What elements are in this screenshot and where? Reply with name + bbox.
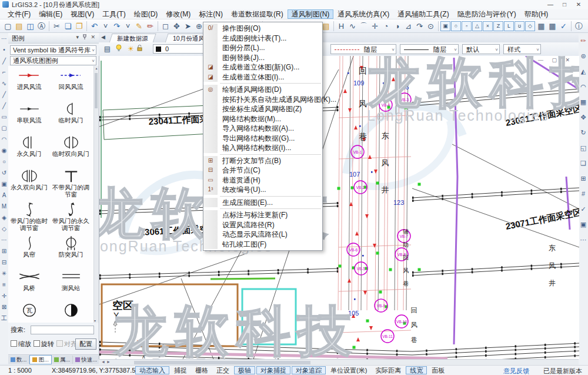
- more-right-icon[interactable]: ⋯: [579, 232, 588, 247]
- menu-item[interactable]: 动态显示风流路径(L): [203, 230, 322, 240]
- cut-icon[interactable]: ✂: [51, 21, 62, 32]
- measure-circle-icon[interactable]: ⊙: [425, 21, 436, 32]
- measure-triangle-icon[interactable]: ⊿: [403, 21, 414, 32]
- grid-insert-icon[interactable]: ⊞: [579, 171, 588, 186]
- status-toggle-线宽[interactable]: 线宽: [406, 366, 427, 374]
- panel-tab-3[interactable]: 属...: [52, 356, 73, 364]
- text-tool-icon[interactable]: A: [0, 190, 8, 201]
- draw-ray-icon[interactable]: ╱: [0, 89, 8, 100]
- draw-segment-icon[interactable]: ╱: [0, 100, 8, 111]
- pan-icon[interactable]: ✥: [171, 21, 182, 32]
- panel-close-icon[interactable]: ✕: [91, 34, 95, 40]
- menu-item[interactable]: 设置风流路径(R): [203, 220, 322, 230]
- legend-item[interactable]: 带风门的临时调节窗: [8, 200, 50, 234]
- legend-item[interactable]: 临时风门: [50, 99, 92, 133]
- mirror-tool-icon[interactable]: ◭: [579, 64, 588, 79]
- draw-line-icon[interactable]: ╱: [0, 55, 8, 67]
- maximize-button[interactable]: □: [557, 0, 572, 9]
- legend-scrollbar[interactable]: ▴▾: [93, 66, 99, 323]
- search-input[interactable]: [31, 326, 94, 334]
- menu-item[interactable]: 导入网络结构数据(A)...: [203, 124, 322, 134]
- block-tool-icon[interactable]: ◇: [0, 223, 8, 234]
- select-arrow-icon[interactable]: ➤: [182, 21, 193, 32]
- panel-tab-2[interactable]: 图...: [29, 355, 51, 364]
- status-toggle-极轴[interactable]: 极轴: [234, 366, 255, 374]
- panel-menu-icon[interactable]: ▾: [76, 34, 79, 40]
- copy-icon[interactable]: ❏: [62, 21, 74, 32]
- node-remove-icon[interactable]: ⊟: [0, 257, 8, 268]
- draw-ellipse-icon[interactable]: ○: [0, 156, 8, 167]
- bulb-icon[interactable]: [115, 44, 125, 54]
- hatch-quick-icon[interactable]: #: [579, 186, 588, 201]
- frame-tool-icon[interactable]: ▣: [579, 217, 588, 232]
- minimize-button[interactable]: —: [543, 0, 557, 9]
- measure-distance-icon[interactable]: H: [336, 21, 347, 32]
- status-toggle-对象追踪[interactable]: 对象追踪: [292, 366, 326, 374]
- menu-6[interactable]: 修改(M): [162, 9, 195, 19]
- open-icon[interactable]: ▤: [14, 21, 25, 32]
- status-toggle-单位设置(米)[interactable]: 单位设置(米): [327, 366, 370, 374]
- legend-item[interactable]: 不带风门的调节窗: [50, 167, 92, 200]
- menu-5[interactable]: 绘图(D): [130, 9, 162, 19]
- draw-curve-icon[interactable]: ∿: [0, 78, 8, 89]
- tab-scroll-left-icon[interactable]: ◀: [101, 34, 105, 40]
- grid-b-icon[interactable]: ▦: [547, 21, 558, 32]
- legend-item[interactable]: 风帘: [8, 234, 50, 267]
- osnap-quadrant-icon[interactable]: ◇: [525, 21, 535, 31]
- measure-area-icon[interactable]: ◑: [392, 21, 403, 32]
- node-edit-icon[interactable]: ⊚: [579, 48, 588, 64]
- map-canvas[interactable]: VB-4VB-3VB-1VB-2VB-6VB-7VB-5VB-8VB-9VB-1…: [99, 56, 579, 359]
- menu-9[interactable]: 通风制图(N): [288, 9, 334, 19]
- menu-item[interactable]: 生成压能图(E)...: [203, 198, 322, 208]
- pin-icon[interactable]: [82, 34, 87, 40]
- node-add-icon[interactable]: ⊞: [0, 245, 8, 257]
- redo-icon[interactable]: ↷: [111, 21, 122, 32]
- menu-item[interactable]: 导出网络结构数据(G)...: [203, 134, 322, 144]
- scale-tool-icon[interactable]: ◱: [579, 140, 588, 155]
- sketch-pen-icon[interactable]: ✏: [145, 21, 156, 32]
- menu-item[interactable]: 钻孔竣工图(F): [203, 240, 322, 250]
- menu-7[interactable]: 标注(N): [195, 9, 227, 19]
- measure-curve-icon[interactable]: ↷: [414, 21, 425, 32]
- format-brush-icon[interactable]: ✎: [133, 21, 145, 32]
- legend-category-select[interactable]: 通风系统图图例˅: [10, 56, 96, 65]
- zoom-window-icon[interactable]: ◻: [160, 21, 171, 32]
- hatch-tool-icon[interactable]: ◈: [0, 212, 8, 223]
- status-toggle-捕捉[interactable]: 捕捉: [171, 366, 191, 374]
- redo-dropdown-icon[interactable]: ˅: [122, 21, 133, 32]
- menu-8[interactable]: 巷道数据提取(R): [227, 9, 288, 19]
- node-rows-icon[interactable]: ≡: [0, 279, 8, 290]
- menu-item[interactable]: ⊟合并节点(C): [203, 165, 322, 175]
- legend-item[interactable]: 永久风门: [8, 133, 50, 167]
- node-beam-icon[interactable]: 工: [0, 313, 8, 324]
- legend-item[interactable]: 串联风流: [8, 99, 50, 133]
- draw-rect-tool-icon[interactable]: ▭: [0, 111, 8, 122]
- menu-item[interactable]: ◪生成巷道立体图(I)...: [203, 72, 322, 82]
- document-tab-1[interactable]: 新建数据源: [109, 34, 156, 43]
- undo-icon[interactable]: ↶: [89, 21, 100, 32]
- more-draw-icon[interactable]: ⋯: [0, 234, 8, 245]
- style-combo[interactable]: 样式 ˅: [503, 44, 541, 54]
- osnap-extension-icon[interactable]: Z: [493, 21, 503, 31]
- checkbox-对齐[interactable]: 对齐: [56, 340, 77, 347]
- menu-11[interactable]: 通风辅助工具(Z): [393, 9, 453, 19]
- osnap-node-icon[interactable]: △: [472, 21, 482, 31]
- osnap-intersection-icon[interactable]: ×: [483, 21, 493, 31]
- linetype-combo[interactable]: 随层 ˅: [330, 44, 396, 54]
- menu-item[interactable]: ▭巷道贯通(H): [203, 175, 322, 185]
- menu-3[interactable]: 视图(V): [66, 9, 98, 19]
- osnap-tangent-icon[interactable]: ʊ: [514, 21, 524, 31]
- apply-check-icon[interactable]: ✓: [579, 201, 588, 217]
- legend-item[interactable]: 防突风门: [50, 234, 92, 267]
- undo-dropdown-icon[interactable]: ˅: [100, 21, 111, 32]
- menu-item[interactable]: 图例分层(L)...: [203, 43, 322, 53]
- osnap-endpoint-icon[interactable]: ▣: [440, 21, 450, 31]
- menu-item[interactable]: ◎绘制通风网络图(D): [203, 85, 322, 95]
- osnap-perpendicular-icon[interactable]: L: [504, 21, 514, 31]
- menu-13[interactable]: 帮助(H): [520, 9, 553, 19]
- status-toggle-栅格[interactable]: 栅格: [192, 366, 212, 374]
- menu-12[interactable]: 隐患防治与评价(Y): [453, 9, 520, 19]
- panel-tab-4[interactable]: 快速...: [73, 356, 100, 364]
- menu-item[interactable]: 网络结构数据(M)...: [203, 114, 322, 124]
- arc-edit-icon[interactable]: ◠: [579, 79, 588, 94]
